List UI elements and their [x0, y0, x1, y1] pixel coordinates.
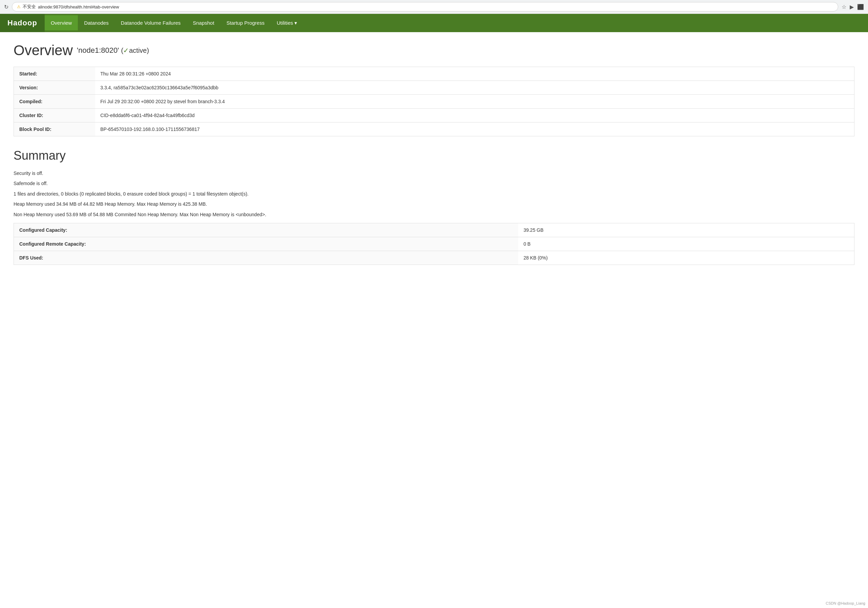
navbar-brand[interactable]: Hadoop	[0, 14, 45, 32]
table-row: Configured Remote Capacity: 0 B	[14, 237, 854, 251]
overview-status-text: active	[129, 47, 147, 54]
info-value-block-pool-id: BP-654570103-192.168.0.100-1711556736817	[95, 122, 854, 136]
info-label-compiled: Compiled:	[14, 95, 95, 108]
nav-item-utilities[interactable]: Utilities	[271, 15, 304, 31]
overview-status: (✓active)	[121, 47, 149, 54]
summary-label-dfs-used: DFS Used:	[14, 251, 518, 265]
bookmark-icon[interactable]: ☆	[842, 4, 846, 10]
table-row: Cluster ID: CID-e8dda6f6-ca01-4f94-82a4-…	[14, 108, 854, 122]
summary-heap-memory: Heap Memory used 34.94 MB of 44.82 MB He…	[14, 200, 854, 208]
info-value-version: 3.3.4, ra585a73c3e02ac62350c136643a5e7f6…	[95, 81, 854, 95]
main-content: Overview 'node1:8020' (✓active) Started:…	[0, 32, 868, 275]
summary-safemode: Safemode is off.	[14, 179, 854, 187]
info-value-compiled: Fri Jul 29 20:32:00 +0800 2022 by stevel…	[95, 95, 854, 108]
info-label-version: Version:	[14, 81, 95, 95]
navbar: Hadoop Overview Datanodes Datanode Volum…	[0, 14, 868, 32]
table-row: Compiled: Fri Jul 29 20:32:00 +0800 2022…	[14, 95, 854, 108]
summary-security: Security is off.	[14, 170, 854, 177]
info-label-cluster-id: Cluster ID:	[14, 108, 95, 122]
browser-chrome: ↻ ⚠ 不安全 alinode:9870/dfshealth.html#tab-…	[0, 0, 868, 14]
reload-icon[interactable]: ↻	[4, 4, 8, 10]
warning-text: 不安全	[23, 4, 36, 10]
nav-link-snapshot[interactable]: Snapshot	[187, 15, 220, 31]
extension-icon[interactable]: ⬛	[857, 4, 864, 10]
navbar-nav: Overview Datanodes Datanode Volume Failu…	[45, 15, 303, 31]
summary-value-configured-remote-capacity: 0 B	[518, 237, 854, 251]
summary-label-configured-remote-capacity: Configured Remote Capacity:	[14, 237, 518, 251]
info-value-started: Thu Mar 28 00:31:26 +0800 2024	[95, 67, 854, 81]
nav-item-volume-failures[interactable]: Datanode Volume Failures	[115, 15, 187, 31]
checkmark-icon: ✓	[123, 47, 129, 54]
nav-link-utilities[interactable]: Utilities	[271, 15, 304, 31]
summary-value-dfs-used: 28 KB (0%)	[518, 251, 854, 265]
nav-item-datanodes[interactable]: Datanodes	[78, 15, 115, 31]
info-value-cluster-id: CID-e8dda6f6-ca01-4f94-82a4-fca49fb6cd3d	[95, 108, 854, 122]
info-label-block-pool-id: Block Pool ID:	[14, 122, 95, 136]
nav-link-overview[interactable]: Overview	[45, 15, 78, 31]
overview-heading: Overview 'node1:8020' (✓active)	[14, 42, 854, 59]
nav-link-volume-failures[interactable]: Datanode Volume Failures	[115, 15, 187, 31]
overview-node-name: 'node1:8020'	[77, 46, 119, 54]
nav-item-overview[interactable]: Overview	[45, 15, 78, 31]
table-row: Version: 3.3.4, ra585a73c3e02ac62350c136…	[14, 81, 854, 95]
overview-title-text: Overview	[14, 42, 73, 59]
summary-non-heap-memory: Non Heap Memory used 53.69 MB of 54.88 M…	[14, 211, 854, 218]
url-text: alinode:9870/dfshealth.html#tab-overview	[38, 5, 119, 9]
table-row: Block Pool ID: BP-654570103-192.168.0.10…	[14, 122, 854, 136]
summary-table: Configured Capacity: 39.25 GB Configured…	[14, 223, 854, 265]
cast-icon[interactable]: ▶	[850, 4, 854, 10]
nav-item-snapshot[interactable]: Snapshot	[187, 15, 220, 31]
summary-value-configured-capacity: 39.25 GB	[518, 223, 854, 237]
address-bar[interactable]: ⚠ 不安全 alinode:9870/dfshealth.html#tab-ov…	[12, 2, 838, 11]
info-label-started: Started:	[14, 67, 95, 81]
summary-files: 1 files and directories, 0 blocks (0 rep…	[14, 190, 854, 198]
overview-node-info: 'node1:8020' (✓active)	[77, 46, 149, 55]
nav-item-startup-progress[interactable]: Startup Progress	[220, 15, 271, 31]
browser-actions: ☆ ▶ ⬛	[842, 4, 864, 10]
nav-link-startup-progress[interactable]: Startup Progress	[220, 15, 271, 31]
table-row: Configured Capacity: 39.25 GB	[14, 223, 854, 237]
nav-link-datanodes[interactable]: Datanodes	[78, 15, 115, 31]
table-row: DFS Used: 28 KB (0%)	[14, 251, 854, 265]
warning-icon: ⚠	[17, 5, 21, 9]
summary-heading: Summary	[14, 149, 854, 163]
info-table: Started: Thu Mar 28 00:31:26 +0800 2024 …	[14, 67, 854, 136]
summary-label-configured-capacity: Configured Capacity:	[14, 223, 518, 237]
table-row: Started: Thu Mar 28 00:31:26 +0800 2024	[14, 67, 854, 81]
